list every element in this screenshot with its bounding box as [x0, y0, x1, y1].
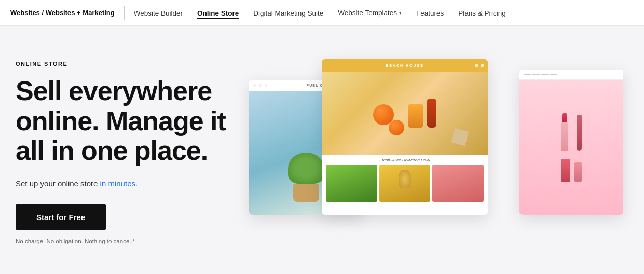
search-icon-dot	[475, 64, 478, 67]
cosmetic-products-secondary	[561, 159, 582, 182]
topbar-icons	[475, 64, 484, 67]
cube-decoration	[451, 128, 469, 146]
nav-item-plans-pricing[interactable]: Plans & Pricing	[458, 8, 506, 18]
lipstick-1	[561, 113, 568, 151]
lip-gloss	[577, 115, 582, 151]
features-link[interactable]: Features	[416, 9, 444, 17]
plans-pricing-link[interactable]: Plans & Pricing	[458, 9, 506, 17]
tree-pot-decoration	[285, 153, 327, 204]
nav-bar-dot-4	[550, 74, 557, 75]
chevron-down-icon: ▾	[399, 10, 402, 16]
card-left-store-name: PUBLIC	[306, 84, 323, 87]
online-store-link[interactable]: Online Store	[197, 9, 239, 19]
tree-base	[293, 184, 319, 202]
nav-dot-3	[265, 84, 267, 87]
card-right-topbar	[519, 70, 623, 80]
orange-icon-2	[389, 120, 404, 135]
hero-subtext: Set up your online store in minutes.	[16, 178, 228, 190]
disclaimer-text: No charge. No obligation. Nothing to can…	[16, 238, 228, 244]
card-middle-topbar: BEACH HOUSE	[322, 59, 488, 72]
small-bottle-1	[561, 159, 570, 182]
product-display	[373, 99, 436, 128]
nav-bar-dot-3	[541, 74, 549, 75]
nav-bar-dot-2	[532, 74, 540, 75]
start-free-button[interactable]: Start for Free	[16, 204, 106, 230]
nav-bar-dot-1	[524, 74, 531, 75]
thumb-green	[326, 165, 377, 202]
section-label: ONLINE STORE	[16, 61, 228, 67]
tree-leaves	[288, 153, 324, 184]
nav-dot-2	[259, 84, 262, 87]
nav-divider	[124, 6, 125, 20]
thumb-yellow	[379, 165, 431, 202]
brand-label: Websites / Websites + Marketing	[10, 9, 115, 17]
nav-links: Website Builder Online Store Digital Mar…	[134, 8, 506, 18]
thumb-pink	[432, 165, 484, 202]
digital-marketing-link[interactable]: Digital Marketing Suite	[253, 9, 323, 17]
mockup-screenshots: PUBLIC BEACH HOUSE	[249, 49, 634, 256]
hero-headline: Sell everywhere online. Manage it all in…	[16, 76, 228, 166]
mockup-card-right	[519, 70, 623, 215]
small-bottle-2	[574, 162, 582, 182]
card-middle-subtitle: Fresh Juice Delivered Daily	[322, 155, 488, 165]
website-templates-dropdown[interactable]: Website Templates ▾	[338, 9, 402, 17]
card-middle-store-name: BEACH HOUSE	[386, 64, 424, 67]
mockup-card-middle: BEACH HOUSE Fresh Juice Delivered	[322, 59, 488, 215]
card-right-inner	[519, 70, 623, 215]
bottle-icon	[427, 99, 436, 128]
nav-item-online-store[interactable]: Online Store	[197, 8, 239, 18]
card-middle-thumbnails	[322, 165, 488, 206]
pineapple-icon	[399, 170, 411, 188]
navigation: Websites / Websites + Marketing Website …	[0, 0, 644, 26]
website-templates-label: Website Templates	[338, 9, 397, 17]
card-middle-hero-area	[322, 72, 488, 155]
hero-subtext-part1: Set up your online store	[16, 179, 100, 188]
cart-icon-dot	[481, 64, 484, 67]
nav-dot-1	[253, 84, 256, 87]
hero-subtext-highlight: in minutes.	[100, 179, 138, 188]
lipstick-body	[561, 122, 568, 151]
juice-glass-icon	[408, 104, 423, 128]
nav-item-website-templates[interactable]: Website Templates ▾	[338, 9, 402, 17]
lipstick-tip	[562, 113, 567, 122]
nav-item-website-builder[interactable]: Website Builder	[134, 8, 183, 18]
hero-section: ONLINE STORE Sell everywhere online. Man…	[10, 61, 228, 244]
lipstick-display	[561, 113, 582, 151]
nav-item-features[interactable]: Features	[416, 8, 444, 18]
nav-item-digital-marketing[interactable]: Digital Marketing Suite	[253, 8, 323, 18]
website-builder-link[interactable]: Website Builder	[134, 9, 183, 17]
main-content: ONLINE STORE Sell everywhere online. Man…	[0, 26, 644, 274]
